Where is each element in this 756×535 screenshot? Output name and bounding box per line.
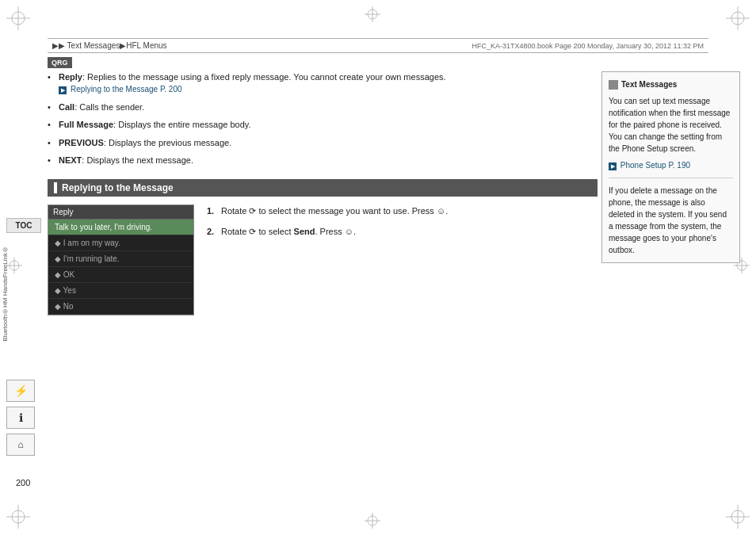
reply-item-3[interactable]: ◆ OK: [48, 267, 193, 283]
right-sidebar-link1: ▶ Phone Setup P. 190: [609, 159, 733, 171]
info-icon-box[interactable]: ℹ: [6, 407, 35, 429]
link-icon-phone-setup: ▶: [609, 162, 617, 170]
reg-mark-tm: [365, 6, 380, 22]
step-2-num: 2.: [207, 225, 218, 239]
right-sidebar-box: Text Messages You can set up text messag…: [601, 71, 740, 263]
reply-item-4[interactable]: ◆ Yes: [48, 283, 193, 299]
reply-item-1[interactable]: ◆ I am on my way.: [48, 235, 193, 251]
right-sidebar-title: Text Messages: [609, 78, 733, 90]
home-icon-box[interactable]: ⌂: [6, 434, 35, 456]
bullet-previous-term: PREVIOUS: [59, 138, 104, 147]
page-number: 200: [16, 478, 30, 487]
bullet-fullmessage-desc: : Displays the entire message body.: [113, 120, 250, 129]
bluetooth-icon: ⚡: [14, 384, 28, 397]
bullet-reply: Reply: Replies to the message using a fi…: [48, 71, 598, 96]
corner-mark-br: [726, 505, 750, 529]
sidebar-vertical-text: Bluetooth®HM HandsFreeLink®: [2, 246, 9, 342]
right-sidebar-link1-text[interactable]: Phone Setup P. 190: [620, 161, 690, 170]
step-2-text: Rotate ⟳ to select Send. Press ☺.: [221, 225, 356, 239]
right-sidebar-divider: [609, 178, 733, 178]
bullet-previous: PREVIOUS: Displays the previous message.: [48, 137, 598, 149]
bullet-next-term: NEXT: [59, 155, 82, 165]
bullet-fullmessage-term: Full Message: [59, 120, 113, 129]
section-header-bar: [54, 182, 57, 193]
file-info: HFC_KA-31TX4800.book Page 200 Monday, Ja…: [472, 42, 704, 50]
link-icon-reply: ▶: [59, 86, 67, 94]
bullet-fullmessage: Full Message: Displays the entire messag…: [48, 119, 598, 131]
sidebar-icons: ⚡ ℹ ⌂: [6, 380, 35, 456]
corner-mark-tr: [726, 6, 750, 30]
bullet-next: NEXT: Displays the next message.: [48, 155, 598, 166]
press-icon-1: ☺: [437, 204, 445, 219]
send-bold: Send: [294, 227, 315, 236]
reply-item-0[interactable]: Talk to you later, I'm driving.: [48, 220, 193, 235]
home-icon: ⌂: [17, 439, 23, 450]
reply-screen: Reply Talk to you later, I'm driving. ◆ …: [48, 204, 194, 315]
step-1-num: 1.: [207, 204, 218, 219]
toc-label[interactable]: TOC: [6, 218, 41, 233]
right-sidebar-title-text: Text Messages: [621, 78, 677, 90]
bullet-next-desc: : Displays the next message.: [82, 155, 193, 165]
rotate-icon-1: ⟳: [249, 204, 256, 219]
main-content: Reply: Replies to the message using a fi…: [48, 71, 598, 503]
qrg-badge: QRG: [48, 57, 72, 68]
reply-instructions: 1. Rotate ⟳ to select the message you wa…: [207, 204, 448, 245]
press-icon-2: ☺: [345, 225, 353, 239]
bullet-previous-desc: : Displays the previous message.: [104, 138, 231, 147]
rotate-icon-2: ⟳: [249, 225, 256, 239]
breadcrumb: ▶▶ Text Messages▶HFL Menus: [52, 41, 167, 50]
right-sidebar: Text Messages You can set up text messag…: [601, 71, 740, 503]
left-sidebar: TOC Bluetooth®HM HandsFreeLink® ⚡ ℹ ⌂ 20…: [0, 0, 48, 535]
reply-item-5[interactable]: ◆ No: [48, 299, 193, 315]
reg-mark-bm: [365, 513, 380, 529]
reply-section: Reply Talk to you later, I'm driving. ◆ …: [48, 204, 598, 315]
info-icon: ℹ: [19, 411, 23, 424]
text-messages-icon: [609, 80, 618, 90]
reply-screen-header: Reply: [48, 205, 193, 220]
header-bar: ▶▶ Text Messages▶HFL Menus HFC_KA-31TX48…: [48, 38, 708, 53]
bullet-list: Reply: Replies to the message using a fi…: [48, 71, 598, 166]
section-title: Replying to the Message: [62, 182, 174, 193]
bullet-reply-term: Reply: [59, 72, 82, 82]
step-2: 2. Rotate ⟳ to select Send. Press ☺.: [207, 225, 448, 239]
right-sidebar-body1: You can set up text message notification…: [609, 95, 733, 155]
bullet-call-term: Call: [59, 102, 74, 112]
bluetooth-icon-box[interactable]: ⚡: [6, 380, 35, 402]
bullet-reply-desc: : Replies to the message using a fixed r…: [82, 72, 446, 82]
step-1: 1. Rotate ⟳ to select the message you wa…: [207, 204, 448, 219]
link-reply[interactable]: Replying to the Message P. 200: [71, 85, 181, 94]
section-header: Replying to the Message: [48, 179, 598, 197]
right-sidebar-body2: If you delete a message on the phone, th…: [609, 185, 733, 256]
bullet-call: Call: Calls the sender.: [48, 101, 598, 113]
step-1-text: Rotate ⟳ to select the message you want …: [221, 204, 448, 219]
reply-item-2[interactable]: ◆ I'm running late.: [48, 251, 193, 267]
bullet-call-desc: : Calls the sender.: [74, 102, 144, 112]
